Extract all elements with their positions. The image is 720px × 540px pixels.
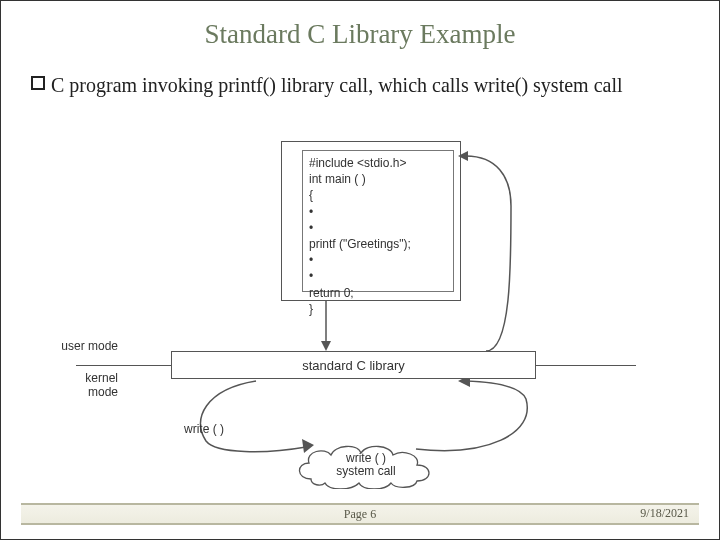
- svg-marker-4: [458, 379, 470, 387]
- cloud-text: write ( ) system call: [291, 441, 441, 489]
- code-line: #include <stdio.h>: [309, 155, 447, 171]
- page-number: Page 6: [344, 507, 376, 522]
- diagram: #include <stdio.h> int main ( ) { • • pr…: [76, 141, 636, 491]
- user-mode-label: user mode: [58, 339, 118, 353]
- bullet-row: C program invoking printf() library call…: [31, 72, 689, 98]
- code-line: •: [309, 204, 447, 220]
- kernel-mode-label: kernel mode: [58, 371, 118, 399]
- syscall-cloud: write ( ) system call: [291, 441, 441, 489]
- arrow-down-icon: [316, 301, 336, 351]
- mode-divider-right: [536, 365, 636, 366]
- write-label: write ( ): [184, 422, 224, 436]
- code-line: {: [309, 187, 447, 203]
- std-c-library-box: standard C library: [171, 351, 536, 379]
- svg-marker-1: [321, 341, 331, 351]
- bullet-text: C program invoking printf() library call…: [51, 72, 623, 98]
- code-line: •: [309, 220, 447, 236]
- code-line: •: [309, 268, 447, 284]
- slide-title: Standard C Library Example: [1, 19, 719, 50]
- date-label: 9/18/2021: [640, 506, 689, 521]
- code-line: •: [309, 252, 447, 268]
- code-line: int main ( ): [309, 171, 447, 187]
- slide: Standard C Library Example C program inv…: [0, 0, 720, 540]
- code-line: printf ("Greetings");: [309, 236, 447, 252]
- code-box: #include <stdio.h> int main ( ) { • • pr…: [281, 141, 461, 301]
- cloud-line2: system call: [336, 465, 395, 478]
- footer-bar: Page 6: [21, 503, 699, 525]
- code-line: return 0;: [309, 285, 447, 301]
- arrow-up-return-icon: [456, 146, 516, 356]
- bullet-square-icon: [31, 76, 45, 90]
- svg-marker-2: [458, 151, 468, 161]
- mode-divider-left: [76, 365, 171, 366]
- code-inner: #include <stdio.h> int main ( ) { • • pr…: [302, 150, 454, 292]
